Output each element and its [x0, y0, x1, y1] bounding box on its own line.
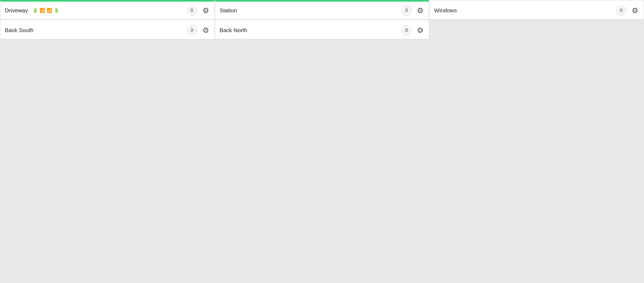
- camera-card-back-north: Back North 0 ⚙ ! Your Arlo device appear…: [215, 20, 430, 40]
- settings-button-station[interactable]: ⚙: [416, 5, 424, 16]
- header-right-driveway: 0 ⚙: [187, 5, 210, 16]
- camera-card-back-south: Back South 0 ⚙ ! Your Arlo device appear…: [0, 20, 215, 40]
- settings-button-driveway[interactable]: ⚙: [202, 5, 210, 16]
- header-left-back-south: Back South: [5, 27, 34, 33]
- battery-icon: 🔋: [32, 8, 38, 13]
- header-left-back-north: Back North: [220, 27, 247, 33]
- card-header-station: Station 0 ⚙: [215, 1, 429, 19]
- status-icons-driveway: 🔋 📶 📶 🔋: [32, 8, 59, 13]
- notification-badge-windows: 0: [616, 5, 626, 16]
- notification-badge-driveway: 0: [187, 5, 197, 16]
- header-right-windows: 0 ⚙: [616, 5, 639, 16]
- camera-title-station: Station: [220, 7, 237, 13]
- card-header-back-north: Back North 0 ⚙: [215, 21, 429, 39]
- camera-card-station: Station 0 ⚙ ! Your Arlo device appears o…: [215, 0, 430, 20]
- camera-grid: Driveway 🔋 📶 📶 🔋 0 ⚙ 17m ago: [0, 0, 644, 40]
- notification-badge-back-south: 0: [187, 25, 197, 35]
- wifi-icon: 📶: [47, 8, 52, 13]
- header-right-back-north: 0 ⚙: [401, 25, 424, 35]
- notification-badge-station: 0: [401, 5, 412, 16]
- camera-card-driveway: Driveway 🔋 📶 📶 🔋 0 ⚙ 17m ago: [0, 0, 215, 20]
- header-right-back-south: 0 ⚙: [187, 25, 210, 35]
- settings-button-windows[interactable]: ⚙: [631, 5, 639, 16]
- camera-title-driveway: Driveway: [5, 7, 28, 13]
- settings-button-back-south[interactable]: ⚙: [202, 25, 210, 35]
- camera-title-windows: Windows: [434, 7, 457, 13]
- header-right-station: 0 ⚙: [401, 5, 424, 16]
- empty-cell: [429, 20, 644, 40]
- settings-button-back-north[interactable]: ⚙: [416, 25, 424, 35]
- signal-icon: 📶: [40, 8, 45, 13]
- header-left-driveway: Driveway 🔋 📶 📶 🔋: [5, 7, 59, 13]
- notification-badge-back-north: 0: [401, 25, 412, 35]
- card-header-windows: Windows 0 ⚙: [430, 1, 644, 19]
- camera-card-windows: Windows 0 ⚙ ! Your Arlo device appears o…: [429, 0, 644, 20]
- camera-title-back-north: Back North: [220, 27, 247, 33]
- header-left-station: Station: [220, 7, 237, 13]
- card-header-back-south: Back South 0 ⚙: [0, 21, 214, 39]
- power-icon: 🔋: [54, 8, 59, 13]
- header-left-windows: Windows: [434, 7, 457, 13]
- camera-title-back-south: Back South: [5, 27, 34, 33]
- card-header-driveway: Driveway 🔋 📶 📶 🔋 0 ⚙: [0, 1, 214, 19]
